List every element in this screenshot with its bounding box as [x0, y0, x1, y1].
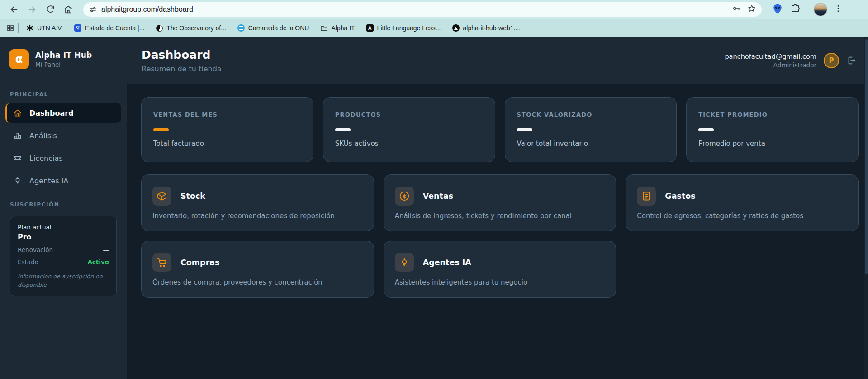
sidebar-item-label: Análisis	[29, 131, 57, 140]
scrollbar-thumb[interactable]	[865, 39, 868, 274]
reload-icon	[46, 5, 55, 14]
bookmark-label: Alpha IT	[331, 24, 355, 32]
reload-button[interactable]	[43, 2, 58, 17]
sidebar-item-label: Agentes IA	[29, 177, 68, 185]
stat-label: PRODUCTOS	[335, 111, 483, 118]
url-bar[interactable]: alphaitgroup.com/dashboard	[83, 2, 762, 17]
home-icon	[63, 5, 73, 14]
browser-toolbar: alphaitgroup.com/dashboard	[0, 0, 868, 19]
bookmark-label: Little Language Less...	[377, 24, 441, 32]
stat-dash	[335, 128, 351, 131]
bot-icon	[13, 176, 22, 185]
logout-icon	[846, 56, 856, 66]
app-window: α Alpha IT Hub Mi Panel PRINCIPAL Dashbo…	[0, 37, 868, 379]
bot-icon	[395, 253, 414, 272]
header-divider	[711, 51, 711, 70]
plan-label: Plan actual	[18, 224, 109, 231]
cube-icon	[152, 187, 171, 206]
password-key-icon[interactable]	[732, 4, 741, 15]
toolbar-divider	[807, 5, 807, 14]
black-a-icon: A	[366, 24, 374, 32]
bookmark-observatory[interactable]: The Observatory of...	[152, 22, 230, 34]
module-description: Asistentes inteligentes para tu negocio	[395, 278, 605, 286]
bookmarks-bar: UTN A.V. Estado de Cuenta |... The Obser…	[0, 19, 868, 37]
modules-grid: Stock Inventario, rotación y recomendaci…	[141, 174, 859, 298]
bookmark-alpha-it-hub-web[interactable]: alpha-it-hub-web1....	[448, 22, 525, 34]
extensions-puzzle-icon[interactable]	[790, 3, 801, 16]
module-card-gastos[interactable]: Gastos Control de egresos, categorías y …	[626, 174, 859, 231]
bar-chart-icon	[13, 131, 22, 140]
app-brand: α Alpha IT Hub Mi Panel	[0, 37, 127, 80]
logout-button[interactable]	[846, 56, 856, 66]
stat-card-ventas-del-mes[interactable]: VENTAS DEL MES Total facturado	[141, 97, 313, 162]
shield-v-icon	[74, 24, 82, 32]
apps-grid-icon[interactable]	[6, 24, 14, 32]
subscription-card: Plan actual Pro Renovación — Estado Acti…	[10, 216, 117, 296]
forward-arrow-icon	[27, 5, 37, 14]
app-name: Alpha IT Hub	[35, 51, 92, 60]
bookmark-estado-de-cuenta[interactable]: Estado de Cuenta |...	[70, 22, 148, 34]
main-area: Dashboard Resumen de tu tienda panchofac…	[127, 37, 868, 379]
receipt-icon	[637, 187, 656, 206]
sidebar-item-dashboard[interactable]: Dashboard	[5, 103, 121, 123]
browser-profile-avatar[interactable]	[814, 3, 827, 16]
module-card-compras[interactable]: Compras Órdenes de compra, proveedores y…	[141, 241, 374, 298]
back-arrow-icon	[9, 5, 19, 14]
stat-sublabel: Valor total inventario	[517, 140, 665, 148]
bookmark-label: The Observatory of...	[166, 24, 226, 32]
bookmark-folder-alpha-it[interactable]: Alpha IT	[316, 22, 358, 34]
module-title: Compras	[180, 258, 219, 267]
folder-icon	[320, 24, 328, 32]
page-subtitle: Resumen de tu tienda	[142, 65, 222, 73]
home-icon	[13, 108, 22, 117]
vercel-icon	[452, 24, 460, 32]
module-title: Ventas	[423, 192, 454, 201]
browser-menu-icon[interactable]	[834, 4, 843, 15]
module-card-ventas[interactable]: $ Ventas Análisis de ingresos, tickets y…	[384, 174, 617, 231]
module-card-stock[interactable]: Stock Inventario, rotación y recomendaci…	[141, 174, 374, 231]
sidebar-item-analisis[interactable]: Análisis	[5, 126, 121, 145]
page-header: Dashboard Resumen de tu tienda panchofac…	[127, 37, 868, 84]
stat-label: STOCK VALORIZADO	[517, 111, 665, 118]
plan-name: Pro	[18, 233, 109, 241]
stat-dash	[153, 128, 169, 131]
bookmark-label: alpha-it-hub-web1....	[463, 24, 521, 32]
sidebar-item-label: Dashboard	[29, 109, 74, 117]
stat-sublabel: Promedio por venta	[698, 140, 846, 148]
site-info-icon[interactable]	[89, 5, 97, 14]
alien-extension-icon[interactable]	[772, 3, 783, 16]
app-subtitle: Mi Panel	[35, 61, 92, 68]
module-card-agentes-ia[interactable]: Agentes IA Asistentes inteligentes para …	[384, 241, 617, 298]
sidebar-item-licencias[interactable]: Licencias	[5, 148, 121, 168]
home-button[interactable]	[61, 2, 76, 17]
forward-button[interactable]	[24, 2, 40, 17]
sidebar: α Alpha IT Hub Mi Panel PRINCIPAL Dashbo…	[0, 37, 127, 379]
module-title: Agentes IA	[423, 258, 471, 267]
url-text[interactable]: alphaitgroup.com/dashboard	[101, 5, 732, 14]
user-avatar[interactable]: P	[824, 53, 839, 68]
sidebar-item-label: Licencias	[29, 154, 63, 163]
user-email: panchofacultad@gmail.com	[725, 53, 816, 60]
module-title: Stock	[180, 192, 205, 201]
subscription-note: Información de suscripción no disponible	[18, 271, 109, 290]
cart-icon	[152, 253, 171, 272]
renewal-label: Renovación	[18, 246, 53, 253]
stat-card-productos[interactable]: PRODUCTOS SKUs activos	[323, 97, 495, 162]
stat-label: TICKET PROMEDIO	[698, 111, 846, 118]
stat-sublabel: Total facturado	[153, 140, 301, 148]
module-title: Gastos	[665, 192, 695, 201]
bookmark-utn[interactable]: UTN A.V.	[22, 22, 66, 34]
sidebar-item-agentes-ia[interactable]: Agentes IA	[5, 171, 121, 191]
page-scrollbar[interactable]	[864, 37, 868, 379]
bookmark-star-icon[interactable]	[747, 4, 756, 15]
bookmark-camarada-onu[interactable]: Camarada de la ONU	[233, 22, 313, 34]
utn-logo-icon	[26, 24, 34, 32]
back-button[interactable]	[6, 2, 22, 17]
user-role: Administrador	[725, 61, 816, 69]
bookmark-label: UTN A.V.	[37, 24, 63, 32]
bookmark-label: Camarada de la ONU	[248, 24, 309, 32]
stat-card-ticket-promedio[interactable]: TICKET PROMEDIO Promedio por venta	[686, 97, 859, 162]
bookmark-little-language[interactable]: A Little Language Less...	[362, 22, 445, 34]
module-description: Control de egresos, categorías y ratios …	[637, 212, 847, 220]
stat-card-stock-valorizado[interactable]: STOCK VALORIZADO Valor total inventario	[505, 97, 677, 162]
